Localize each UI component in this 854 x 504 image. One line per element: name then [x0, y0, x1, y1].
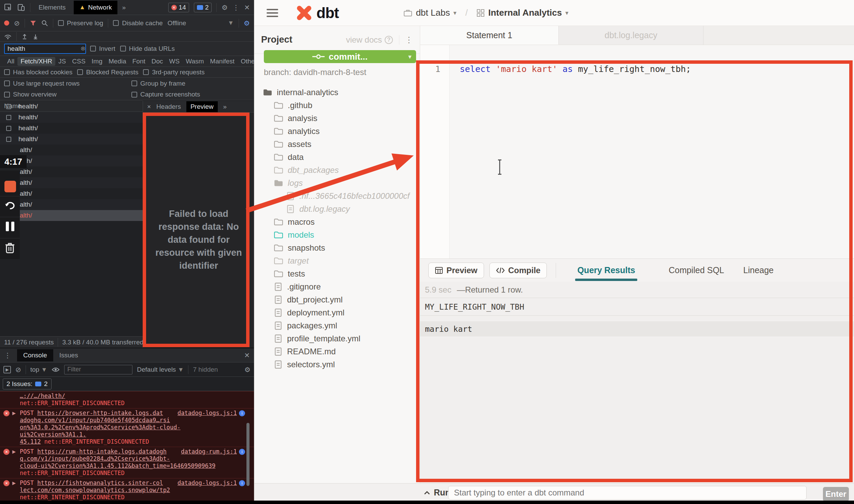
tab-preview[interactable]: Preview	[186, 101, 218, 112]
issues-counter[interactable]: 2 Issues: 2	[3, 379, 52, 389]
source-link[interactable]: datadog-logs.js:1	[177, 479, 237, 487]
search-icon[interactable]	[41, 20, 48, 27]
network-filter-input[interactable]	[4, 44, 86, 54]
trash-icon[interactable]	[5, 242, 15, 254]
kebab-menu-icon[interactable]: ⋮	[399, 35, 413, 45]
tree-folder-root[interactable]: internal-analytics	[254, 86, 420, 99]
context-select[interactable]: top ▼	[30, 366, 47, 373]
sql-editor[interactable]: 1 select 'mario kart' as my_life_right_n…	[420, 45, 854, 258]
pause-recording-icon[interactable]	[6, 222, 9, 231]
tree-file[interactable]: .gitignore	[254, 280, 420, 293]
tree-file[interactable]: packages.yml	[254, 319, 420, 332]
source-link[interactable]: datadog-logs.js:1	[177, 410, 237, 417]
tab-statement-1[interactable]: Statement 1	[420, 26, 559, 45]
eye-icon[interactable]	[52, 367, 60, 372]
console-scrollbar[interactable]	[246, 423, 250, 486]
type-filter-js[interactable]: JS	[55, 57, 69, 66]
info-icon[interactable]: i	[239, 480, 245, 486]
tab-query-results[interactable]: Query Results	[577, 265, 635, 275]
enter-button[interactable]: Enter	[823, 487, 849, 501]
tab-elements[interactable]: Elements	[35, 1, 69, 14]
view-docs-link[interactable]: view docs?	[346, 35, 393, 45]
export-har-icon[interactable]	[32, 33, 39, 40]
clear-icon[interactable]: ⊘	[14, 20, 20, 27]
console-settings-gear-icon[interactable]: ⚙	[244, 366, 251, 373]
type-filter-all[interactable]: All	[4, 57, 17, 66]
issues-badge[interactable]: 2	[194, 3, 212, 12]
group-by-frame-checkbox[interactable]: Group by frame	[131, 80, 185, 87]
error-badge[interactable]: ✕14	[168, 3, 189, 12]
chevron-down-icon[interactable]: ▾	[408, 53, 411, 60]
expand-triangle-icon[interactable]: ▶	[12, 448, 16, 455]
dbt-command-input[interactable]	[448, 486, 807, 500]
more-details-tabs-icon[interactable]: »	[223, 103, 227, 110]
info-icon[interactable]: i	[239, 410, 245, 416]
clear-filter-icon[interactable]: ⊗	[81, 45, 85, 52]
capture-screenshots-checkbox[interactable]: Capture screenshots	[131, 91, 200, 98]
throttling-select[interactable]: Offline	[168, 19, 186, 27]
type-filter-manifest[interactable]: Manifest	[207, 57, 238, 66]
tree-file[interactable]: profile_template.yml	[254, 332, 420, 345]
tree-folder[interactable]: target	[254, 254, 420, 267]
request-row[interactable]: alth/	[0, 188, 143, 199]
large-rows-checkbox[interactable]: Use large request rows	[4, 80, 80, 87]
hamburger-menu-icon[interactable]	[267, 9, 278, 17]
tree-file[interactable]: dbt_project.yml	[254, 293, 420, 306]
type-filter-css[interactable]: CSS	[69, 57, 88, 66]
restart-recording-icon[interactable]	[4, 201, 15, 210]
preview-button[interactable]: Preview	[428, 263, 484, 278]
commit-button[interactable]: commit... ▾	[264, 50, 416, 63]
account-switcher[interactable]: dbt Labs ▾	[403, 8, 456, 18]
blocked-cookies-checkbox[interactable]: Has blocked cookies	[4, 69, 72, 76]
tab-headers[interactable]: Headers	[156, 103, 181, 110]
import-har-icon[interactable]	[22, 33, 28, 40]
console-sidebar-icon[interactable]: ▶	[3, 366, 11, 373]
tree-file[interactable]: deployment.yml	[254, 306, 420, 319]
type-filter-doc[interactable]: Doc	[148, 57, 166, 66]
tree-file[interactable]: .nf...3665c416bfecb1000000cf	[254, 190, 420, 203]
request-row-selected[interactable]: alth/	[0, 210, 143, 221]
project-switcher[interactable]: Internal Analytics ▾	[476, 8, 568, 18]
tab-compiled-sql[interactable]: Compiled SQL	[669, 265, 724, 275]
type-filter-media[interactable]: Media	[105, 57, 129, 66]
close-drawer-icon[interactable]: ✕	[244, 352, 250, 359]
filter-funnel-icon[interactable]	[30, 20, 37, 27]
close-devtools-icon[interactable]: ✕	[244, 4, 250, 11]
type-filter-ws[interactable]: WS	[166, 57, 183, 66]
console-error[interactable]: ✕▶ POST https://fishtownanalytics.sinter…	[0, 478, 254, 502]
tree-folder[interactable]: assets	[254, 138, 420, 151]
dbt-logo[interactable]: dbt	[295, 4, 339, 21]
tree-folder-models[interactable]: models	[254, 228, 420, 241]
type-filter-fetch[interactable]: Fetch/XHR	[17, 57, 55, 66]
request-row[interactable]: alth/	[0, 177, 143, 188]
request-row[interactable]: health/	[0, 123, 143, 134]
show-overview-checkbox[interactable]: Show overview	[4, 91, 57, 98]
device-toolbar-icon[interactable]	[17, 3, 25, 12]
results-column-header[interactable]: MY_LIFE_RIGHT_NOW_TBH	[420, 298, 854, 316]
pause-recording-icon[interactable]	[11, 222, 14, 231]
source-link[interactable]: datadog-rum.js:1	[181, 448, 237, 455]
tree-folder[interactable]: macros	[254, 216, 420, 228]
tree-file[interactable]: selectors.yml	[254, 358, 420, 371]
record-icon[interactable]	[4, 20, 9, 26]
tree-file[interactable]: dbt.log.legacy	[254, 203, 420, 216]
tree-folder-open[interactable]: logs	[254, 177, 420, 190]
disable-cache-checkbox[interactable]: Disable cache	[113, 19, 162, 27]
type-filter-font[interactable]: Font	[129, 57, 148, 66]
request-row[interactable]: health/	[0, 134, 143, 145]
throttle-signal-icon[interactable]	[4, 34, 12, 39]
console-error[interactable]: ✕▶ POST https://browser-http-intake.logs…	[0, 408, 254, 447]
request-row[interactable]: alth/	[0, 145, 143, 155]
preserve-log-checkbox[interactable]: Preserve log	[58, 19, 103, 27]
tree-folder[interactable]: snapshots	[254, 241, 420, 254]
info-icon[interactable]: i	[239, 449, 245, 455]
hide-data-urls-checkbox[interactable]: Hide data URLs	[120, 45, 175, 53]
request-row[interactable]: alth/	[0, 199, 143, 210]
more-tabs-icon[interactable]: »	[122, 4, 126, 11]
expand-triangle-icon[interactable]: ▶	[12, 479, 16, 487]
tab-console[interactable]: Console	[17, 349, 53, 361]
settings-gear-icon[interactable]: ⚙	[222, 4, 228, 11]
console-error-partial[interactable]: …://…/health/ net::ERR_INTERNET_DISCONNE…	[0, 391, 254, 408]
tree-folder[interactable]: tests	[254, 267, 420, 280]
tree-folder[interactable]: data	[254, 151, 420, 164]
